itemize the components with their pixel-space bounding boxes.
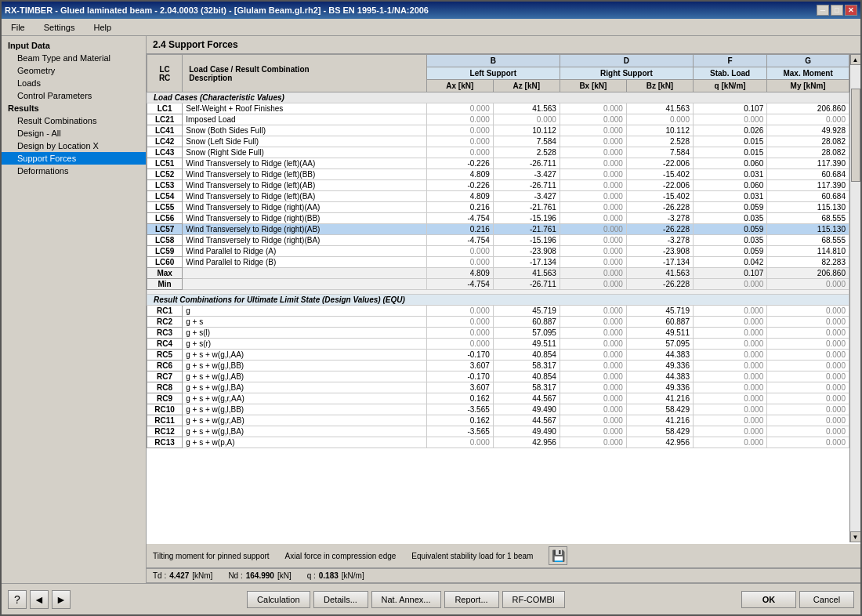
table-row[interactable]: LC42Snow (Left Side Full)0.0007.5840.000…: [147, 136, 849, 147]
table-row[interactable]: RC12g + s + w(g,l,BA)-3.56549.4900.00058…: [147, 426, 849, 437]
nd-unit: [kN]: [277, 571, 292, 580]
max-moment-sub: Max. Moment: [767, 67, 849, 80]
table-row[interactable]: RC9g + s + w(g,r,AA)0.16244.5670.00041.2…: [147, 393, 849, 404]
sidebar-item-geometry[interactable]: Geometry: [2, 64, 146, 77]
table-row[interactable]: LC57Wind Transversely to Ridge (right)(A…: [147, 224, 849, 235]
sidebar-item-result-combinations[interactable]: Result Combinations: [2, 114, 146, 127]
table-row[interactable]: LC55Wind Transversely to Ridge (right)(A…: [147, 202, 849, 213]
table-row[interactable]: RC10g + s + w(g,l,BB)-3.56549.4900.00058…: [147, 404, 849, 415]
description-header: Load Case / Result CombinationDescriptio…: [183, 55, 427, 92]
ax-header: Ax [kN]: [426, 80, 493, 92]
table-row[interactable]: RC5g + s + w(g,l,AA)-0.17040.8540.00044.…: [147, 350, 849, 361]
menu-settings[interactable]: Settings: [38, 21, 81, 34]
table-row[interactable]: LC58Wind Transversely to Ridge (right)(B…: [147, 235, 849, 246]
table-row[interactable]: RC4g + s(r)0.00049.5110.00057.0950.0000.…: [147, 339, 849, 350]
table-row[interactable]: RC3g + s(l)0.00057.0950.00049.5110.0000.…: [147, 328, 849, 339]
nd-label: Nd :: [228, 571, 242, 580]
ok-button[interactable]: OK: [741, 591, 796, 608]
sidebar: Input Data Beam Type and Material Geomet…: [2, 36, 147, 583]
td-unit: [kNm]: [192, 571, 212, 580]
table-row[interactable]: RC2g + s0.00060.8870.00060.8870.0000.000: [147, 317, 849, 328]
title-bar: RX-TIMBER - Glued laminated beam - 2.04.…: [2, 2, 860, 19]
scroll-track[interactable]: [850, 65, 861, 531]
bottom-right-buttons: OK Cancel: [741, 591, 854, 608]
nat-annex-button[interactable]: Nat. Annex...: [371, 591, 441, 608]
stab-load-sub: Stab. Load: [694, 67, 767, 80]
help-button[interactable]: ?: [8, 590, 27, 609]
data-table-container[interactable]: LCRC Load Case / Result CombinationDescr…: [147, 54, 849, 542]
q-header: q [kN/m]: [694, 80, 767, 92]
table-row[interactable]: RC13g + s + w(p,A)0.00042.9560.00042.956…: [147, 437, 849, 448]
scroll-thumb[interactable]: [851, 89, 860, 182]
max-row: Max4.80941.5630.00041.5630.107206.860: [147, 268, 849, 279]
support-forces-table: LCRC Load Case / Result CombinationDescr…: [147, 54, 849, 448]
status-label-2: Axial force in compression edge: [285, 552, 397, 560]
table-row[interactable]: LC52Wind Transversely to Ridge (left)(BB…: [147, 169, 849, 180]
sidebar-section-input: Input Data: [2, 39, 146, 52]
table-row[interactable]: LC60Wind Parallel to Ridge (B)0.000-17.1…: [147, 257, 849, 268]
q-unit: [kN/m]: [342, 571, 364, 580]
values-bar: Td : 4.427 [kNm] Nd : 164.990 [kN] q : 0…: [147, 568, 860, 583]
sidebar-item-deformations[interactable]: Deformations: [2, 165, 146, 177]
td-section: Td : 4.427 [kNm]: [153, 571, 212, 580]
prev-button[interactable]: ◄: [30, 590, 49, 609]
max-moment-header: G: [767, 55, 849, 67]
minimize-button[interactable]: ─: [817, 5, 829, 16]
sidebar-item-beam-type[interactable]: Beam Type and Material: [2, 52, 146, 64]
table-row[interactable]: LC56Wind Transversely to Ridge (right)(B…: [147, 213, 849, 224]
content-area: 2.4 Support Forces LCRC Load Case / Resu…: [147, 36, 860, 583]
q-section: q : 0.183 [kN/m]: [307, 571, 364, 580]
status-bar: Tilting moment for pinned support Axial …: [147, 542, 860, 568]
min-row: Min-4.754-26.7110.000-26.2280.0000.000: [147, 279, 849, 290]
menu-help[interactable]: Help: [87, 21, 118, 34]
td-value: 4.427: [169, 571, 189, 580]
status-label-3: Equivalent stability load for 1 beam: [411, 552, 533, 560]
right-support-sub: Right Support: [560, 67, 693, 80]
table-row[interactable]: RC7g + s + w(g,l,AB)-0.17040.8540.00044.…: [147, 371, 849, 382]
table-row[interactable]: LC53Wind Transversely to Ridge (left)(AB…: [147, 180, 849, 191]
rf-combi-button[interactable]: RF-COMBI: [502, 591, 565, 608]
status-label-1: Tilting moment for pinned support: [153, 552, 270, 560]
window-controls: ─ □ ✕: [817, 5, 857, 16]
table-row[interactable]: RC11g + s + w(g,r,AB)0.16244.5670.00041.…: [147, 415, 849, 426]
cancel-button[interactable]: Cancel: [799, 591, 854, 608]
sidebar-section-results: Results: [2, 102, 146, 114]
scroll-down-button[interactable]: ▼: [850, 531, 861, 542]
maximize-button[interactable]: □: [831, 5, 843, 16]
stab-load-header: F: [694, 55, 767, 67]
vertical-scrollbar[interactable]: ▲ ▼: [849, 54, 860, 542]
table-row[interactable]: LC21Imposed Load0.0000.0000.0000.0000.00…: [147, 114, 849, 125]
right-support-header: D: [560, 55, 693, 67]
sidebar-item-loads[interactable]: Loads: [2, 77, 146, 89]
table-row[interactable]: RC8g + s + w(g,l,BA)3.60758.3170.00049.3…: [147, 382, 849, 393]
scroll-up-button[interactable]: ▲: [850, 54, 861, 65]
calculation-button[interactable]: Calculation: [247, 591, 310, 608]
nd-value: 164.990: [246, 571, 274, 580]
next-button[interactable]: ►: [52, 590, 71, 609]
sidebar-item-design-by-location[interactable]: Design by Location X: [2, 140, 146, 152]
table-row[interactable]: RC6g + s + w(g,l,BB)3.60758.3170.00049.3…: [147, 361, 849, 371]
sidebar-item-control-params[interactable]: Control Parameters: [2, 89, 146, 102]
left-support-header: B: [426, 55, 560, 67]
sidebar-item-support-forces[interactable]: Support Forces: [2, 152, 146, 165]
table-row[interactable]: LC41Snow (Both Sides Full)0.00010.1120.0…: [147, 125, 849, 136]
rc-section-header: Result Combinations for Ultimate Limit S…: [147, 295, 849, 306]
save-icon[interactable]: 💾: [549, 546, 567, 565]
sidebar-item-design-all[interactable]: Design - All: [2, 127, 146, 140]
table-row[interactable]: RC1g0.00045.7190.00045.7190.0000.000: [147, 306, 849, 317]
table-row[interactable]: LC59Wind Parallel to Ridge (A)0.000-23.9…: [147, 246, 849, 257]
nd-section: Nd : 164.990 [kN]: [228, 571, 291, 580]
close-button[interactable]: ✕: [845, 5, 857, 16]
menu-file[interactable]: File: [5, 21, 31, 34]
table-row[interactable]: LC54Wind Transversely to Ridge (left)(BA…: [147, 191, 849, 202]
q-value: 0.183: [319, 571, 339, 580]
bx-header: Bx [kN]: [560, 80, 626, 92]
bz-header: Bz [kN]: [626, 80, 693, 92]
table-row[interactable]: LC51Wind Transversely to Ridge (left)(AA…: [147, 158, 849, 169]
td-label: Td :: [153, 571, 166, 580]
details-button[interactable]: Details...: [313, 591, 368, 608]
table-row[interactable]: LC43Snow (Right Side Full)0.0002.5280.00…: [147, 147, 849, 158]
table-row[interactable]: LC1Self-Weight + Roof Finishes0.00041.56…: [147, 103, 849, 114]
report-button[interactable]: Report...: [444, 591, 499, 608]
bottom-center-buttons: Calculation Details... Nat. Annex... Rep…: [247, 591, 565, 608]
